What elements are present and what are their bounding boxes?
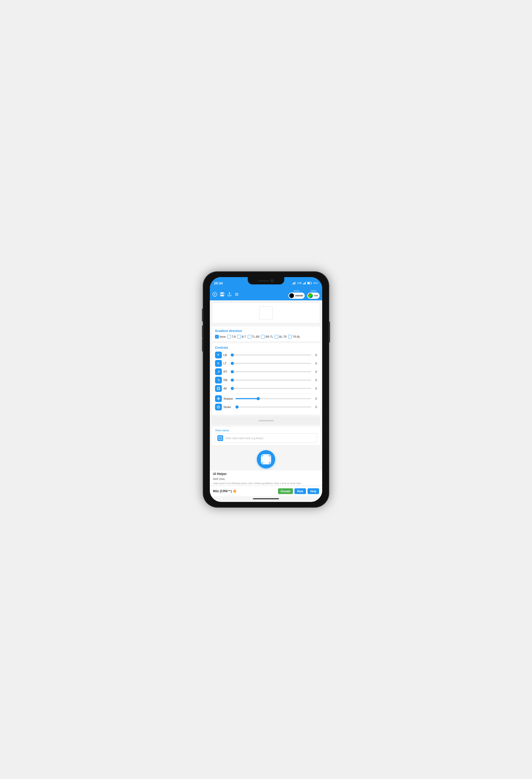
slider-value-rb: 0: [313, 378, 317, 382]
gradient-option-trbl[interactable]: TR-BL: [288, 335, 300, 339]
battery-percent: 60%: [313, 282, 318, 284]
gradient-option-brtl[interactable]: BR-TL: [261, 335, 273, 339]
stroke-color-picker[interactable]: 000000: [288, 293, 305, 299]
svg-rect-10: [308, 282, 310, 284]
control-icon-lt[interactable]: [215, 360, 222, 367]
app-logo: [257, 450, 275, 469]
notch: [248, 277, 284, 284]
checkbox-tlbr[interactable]: [248, 335, 251, 339]
notch-camera: [270, 279, 274, 282]
svg-point-24: [218, 407, 219, 408]
svg-rect-7: [305, 282, 306, 284]
slider-all[interactable]: [231, 388, 311, 389]
gradient-title: Gradient direction: [215, 329, 317, 333]
svg-rect-16: [218, 388, 219, 389]
control-icon-lb[interactable]: [215, 352, 222, 358]
control-shadow: Shadow 5: [215, 395, 317, 402]
view-name-input-row[interactable]: Enter view name here e.g linear1: [215, 433, 317, 443]
author-text: Milz (CRN™): [213, 489, 232, 493]
status-bar: 20:34 LTE: [210, 277, 322, 288]
checkbox-bltr[interactable]: [275, 335, 278, 339]
home-bar: [253, 498, 279, 499]
menu-icon[interactable]: [235, 292, 239, 297]
control-icon-stroke[interactable]: [215, 404, 222, 410]
color1-swatch: [308, 293, 313, 298]
svg-rect-14: [221, 295, 223, 296]
slider-stroke[interactable]: [236, 407, 311, 408]
checkbox-brtl[interactable]: [261, 335, 265, 339]
slider-lt[interactable]: [231, 363, 311, 364]
rate-button[interactable]: Rate: [294, 488, 306, 494]
svg-rect-4: [303, 284, 304, 284]
app-name-text: UI Helper: [213, 472, 227, 476]
svg-rect-13: [221, 293, 223, 294]
checkbox-tb[interactable]: [227, 335, 231, 339]
control-label-shadow: Shadow: [223, 397, 234, 400]
back-icon[interactable]: [212, 292, 217, 297]
stroke-color-value: 000000: [295, 294, 303, 297]
control-icon-all[interactable]: [215, 385, 222, 392]
svg-point-18: [218, 398, 219, 399]
gradient-option-tlbr[interactable]: TL-BR: [248, 335, 260, 339]
share-icon[interactable]: [227, 292, 232, 297]
slider-rb[interactable]: [231, 379, 311, 380]
description-text: Make good UI by following about color sc…: [210, 482, 322, 485]
control-icon-shadow[interactable]: [215, 395, 222, 402]
advertisement-label: Advertisement: [258, 419, 274, 422]
gradient-section: Gradient direction None T-B B-T: [212, 326, 320, 341]
slider-value-stroke: 0: [313, 406, 317, 409]
app-logo-area: [210, 446, 322, 471]
slider-thumb-shadow[interactable]: [257, 397, 260, 400]
control-stroke: Stroke 0: [215, 404, 317, 410]
wifi-icon: [292, 282, 296, 284]
slider-shadow[interactable]: [236, 398, 311, 399]
control-icon-rt[interactable]: [215, 368, 222, 375]
author-name: Milz (CRN™) 🔥: [213, 489, 237, 493]
battery-icon: [307, 282, 312, 284]
gradient-option-tb[interactable]: T-B: [227, 335, 236, 339]
view-name-label: View name: [215, 429, 317, 432]
slider-value-shadow: 5: [313, 397, 317, 400]
view-name-placeholder[interactable]: Enter view name here e.g linear1: [225, 437, 264, 440]
slider-value-rt: 0: [313, 370, 317, 373]
control-icon-rb[interactable]: [215, 377, 222, 383]
status-icons: LTE 60%: [292, 282, 318, 284]
preview-area: [212, 302, 320, 323]
app-logo-svg: [260, 454, 272, 465]
app-info-section: UI Helper: [210, 471, 322, 476]
donate-button[interactable]: Donate: [278, 488, 293, 494]
slider-rt[interactable]: [231, 371, 311, 372]
preview-box: [260, 306, 272, 319]
svg-point-11: [213, 292, 217, 296]
slider-thumb-rb[interactable]: [231, 378, 234, 382]
slider-value-lt: 0: [313, 362, 317, 365]
slider-value-lb: 0: [313, 353, 317, 357]
checkbox-bt[interactable]: [237, 335, 241, 339]
fire-emoji: 🔥: [233, 489, 237, 493]
app-toolbar: Stroke 000000 Color1 ###: [210, 288, 322, 300]
checkbox-none[interactable]: [215, 335, 219, 339]
app-name-row: UI Helper: [213, 472, 319, 476]
slider-thumb-lb[interactable]: [231, 353, 234, 357]
slider-lb[interactable]: [231, 354, 311, 356]
slider-thumb-lt[interactable]: [231, 362, 234, 365]
svg-rect-6: [305, 283, 305, 284]
svg-rect-2: [294, 282, 294, 284]
save-icon[interactable]: [220, 292, 224, 297]
gradient-option-none[interactable]: None: [215, 335, 226, 339]
color1-picker[interactable]: ###: [307, 293, 320, 299]
svg-rect-31: [261, 456, 271, 463]
gradient-option-bt[interactable]: B-T: [237, 335, 246, 339]
input-icon: [217, 435, 223, 441]
svg-rect-3: [295, 282, 295, 284]
color1-label: Color1: [311, 290, 317, 292]
phone-device: 20:34 LTE: [203, 272, 329, 507]
slider-thumb-all[interactable]: [231, 387, 234, 390]
svg-rect-9: [311, 283, 312, 284]
slider-fill-shadow: [236, 398, 258, 399]
slider-thumb-rt[interactable]: [231, 370, 234, 373]
help-button[interactable]: Help: [308, 488, 319, 494]
gradient-option-bltr[interactable]: BL-TR: [275, 335, 287, 339]
checkbox-trbl[interactable]: [288, 335, 292, 339]
slider-thumb-stroke[interactable]: [236, 406, 239, 409]
